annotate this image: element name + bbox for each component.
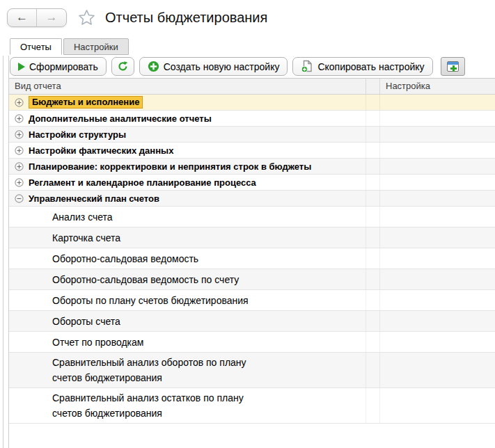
back-button[interactable]: ← [8,9,37,26]
column-header-report-type[interactable]: Вид отчета [9,79,366,94]
tree-group-row[interactable]: Настройки фактических данных [9,143,495,159]
tree-item-row[interactable]: Анализ счета [9,207,495,227]
row-label: Анализ счета [52,207,113,227]
row-label: Управленческий план счетов [29,193,159,204]
report-type-cell: Управленческий план счетов [9,191,366,206]
row-label: Настройки структуры [29,129,126,140]
toolbar: Сформировать Создать новую настройку Ско… [10,57,495,76]
reports-table: Вид отчета Настройка Бюджеты и исполнени… [9,78,495,448]
report-type-cell: Оборотно-сальдовая ведомость [9,248,366,269]
setting-cell [379,175,495,190]
setting-cell [379,159,495,174]
row-label: Регламент и календарное планирование про… [29,177,256,188]
selected-cell-label: Бюджеты и исполнение [29,96,143,109]
tree-item-row[interactable]: Обороты счета [9,311,495,332]
report-type-cell: Регламент и календарное планирование про… [9,175,366,190]
tree-item-row[interactable]: Оборотно-сальдовая ведомость [9,248,495,269]
column-header-setting[interactable]: Настройка [379,79,495,94]
create-setting-button[interactable]: Создать новую настройку [139,57,288,76]
favorite-star-button[interactable] [77,8,96,26]
tree-item-row[interactable]: Сравнительный анализ остатков по плану с… [9,388,495,424]
expand-icon[interactable] [15,130,24,139]
forward-button[interactable]: → [37,9,66,26]
expand-icon[interactable] [15,98,24,107]
window-header: ← → Отчеты бюджетирования [7,7,267,28]
expand-icon[interactable] [15,178,24,187]
row-label: Планирование: корректировки и непринятия… [29,161,311,172]
row-label: Карточка счета [52,228,120,248]
setting-cell [379,332,495,352]
row-label: Сравнительный анализ остатков по плану с… [52,388,244,423]
table-body: Бюджеты и исполнениеДополнительные анали… [9,95,495,424]
setting-cell [379,388,495,423]
tree-item-row[interactable]: Обороты по плану счетов бюджетирования [9,290,495,311]
create-setting-label: Создать новую настройку [164,61,280,72]
new-window-button[interactable] [441,57,465,76]
spacer-cell [366,227,379,248]
spacer-cell [366,175,379,190]
report-type-cell: Планирование: корректировки и непринятия… [9,159,366,174]
play-icon [18,63,25,71]
collapse-icon[interactable] [15,194,24,203]
page-title: Отчеты бюджетирования [105,10,267,26]
tree-item-row[interactable]: Оборотно-сальдовая ведомость по счету [9,269,495,290]
tree-group-row[interactable]: Бюджеты и исполнение [9,95,495,111]
column-header-spacer [366,79,379,94]
row-label: Обороты счета [52,312,120,331]
setting-cell [379,207,495,227]
setting-cell [379,248,495,269]
spacer-cell [366,388,379,423]
tree-group-row[interactable]: Регламент и календарное планирование про… [9,175,495,191]
row-label: Сравнительный анализ оборотов по плану с… [52,353,246,387]
spacer-cell [366,248,379,269]
setting-cell [379,311,495,331]
spacer-cell [366,159,379,174]
tree-group-row[interactable]: Планирование: корректировки и непринятия… [9,159,495,175]
row-label: Настройки фактических данных [29,145,173,156]
copy-page-plus-icon [301,60,313,73]
history-nav: ← → [7,8,67,27]
row-label: Отчет по проводкам [52,333,143,352]
generate-button[interactable]: Сформировать [10,57,107,76]
setting-cell [379,353,495,387]
spacer-cell [366,290,379,310]
expand-icon[interactable] [15,162,24,171]
spacer-cell [366,353,379,387]
copy-setting-button[interactable]: Скопировать настройку [292,57,432,76]
expand-icon[interactable] [15,146,24,155]
tree-group-row[interactable]: Настройки структуры [9,127,495,143]
arrow-right-icon: → [46,10,58,24]
report-type-cell: Карточка счета [9,227,366,248]
setting-cell [379,290,495,310]
report-type-cell: Дополнительные аналитические отчеты [9,111,366,126]
setting-cell [379,191,495,206]
report-type-cell: Сравнительный анализ остатков по плану с… [9,388,366,423]
row-label: Оборотно-сальдовая ведомость по счету [52,270,239,289]
tab-reports[interactable]: Отчеты [10,38,62,55]
tree-item-row[interactable]: Карточка счета [9,227,495,248]
refresh-button[interactable] [111,57,134,76]
setting-cell [379,95,495,110]
report-type-cell: Бюджеты и исполнение [9,95,366,110]
expand-icon[interactable] [15,114,24,123]
report-type-cell: Отчет по проводкам [9,332,366,352]
tab-strip: Отчеты Настройки [10,38,130,55]
report-type-cell: Анализ счета [9,207,366,227]
spacer-cell [366,143,379,158]
spacer-cell [366,111,379,126]
tree-item-row[interactable]: Сравнительный анализ оборотов по плану с… [9,353,495,388]
row-label: Дополнительные аналитические отчеты [29,113,212,124]
generate-button-label: Сформировать [29,61,98,72]
window-plus-icon [447,61,459,72]
report-type-cell: Настройки фактических данных [9,143,366,158]
tree-item-row[interactable]: Отчет по проводкам [9,332,495,353]
star-outline-icon [77,8,96,26]
tab-settings[interactable]: Настройки [63,38,129,55]
report-type-cell: Обороты по плану счетов бюджетирования [9,290,366,310]
spacer-cell [366,207,379,227]
spacer-cell [366,127,379,142]
tree-group-row[interactable]: Дополнительные аналитические отчеты [9,111,495,127]
form-left-border [3,56,9,448]
setting-cell [379,269,495,289]
tree-group-row[interactable]: Управленческий план счетов [9,191,495,207]
